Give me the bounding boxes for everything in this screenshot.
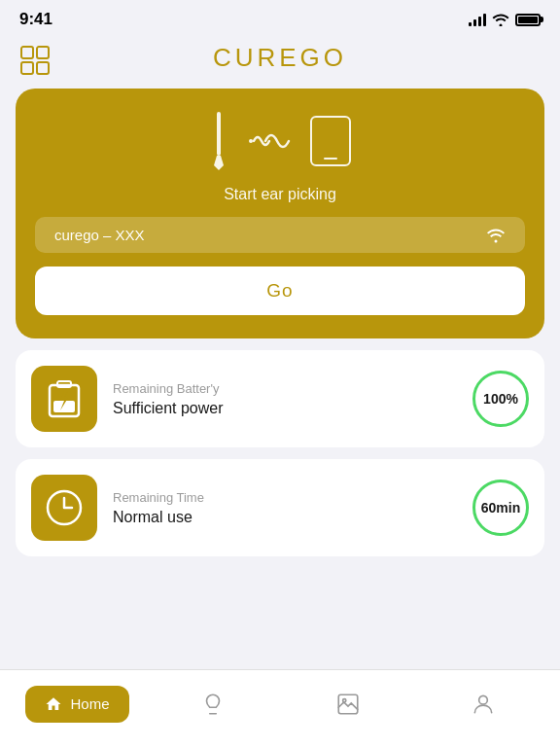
tab-ideas[interactable] [145,692,280,717]
battery-percent: 100% [483,391,518,407]
signal-icon [469,13,486,26]
battery-icon-box [31,366,97,432]
status-bar: 9:41 [0,0,560,35]
time-remaining: 60min [481,500,520,516]
svg-point-12 [478,695,487,704]
svg-point-5 [249,139,253,143]
main-card: Start ear picking curego – XXX Go [16,89,544,338]
battery-circle: 100% [472,371,529,427]
header: CUREGO [0,35,560,85]
device-name: curego – XXX [54,227,145,243]
battery-icon [515,14,541,26]
time-icon-box [31,475,97,541]
app-logo: CUREGO [213,43,347,73]
svg-rect-2 [21,62,33,74]
home-tab-label: Home [70,695,109,712]
waves-icon [248,120,291,162]
probe-icon [209,112,228,170]
battery-label: Remaining Batter'y [113,381,457,396]
time-circle: 60min [472,480,529,536]
start-text: Start ear picking [224,186,336,203]
battery-value: Sufficient power [113,400,457,417]
tab-bar: Home [0,669,560,747]
time-info-text: Remaining Time Normal use [113,490,457,526]
tab-home[interactable]: Home [10,686,145,723]
battery-info-text: Remaining Batter'y Sufficient power [113,381,457,417]
tab-gallery[interactable] [280,692,415,717]
time-label: Remaining Time [113,490,457,505]
tab-profile[interactable] [415,692,550,717]
svg-rect-1 [37,47,49,58]
svg-rect-0 [21,47,33,58]
svg-rect-4 [217,112,221,156]
icons-row [209,112,351,170]
time-card: Remaining Time Normal use 60min [16,459,544,556]
tablet-icon [310,116,351,166]
home-tab-button[interactable]: Home [25,686,128,723]
go-button[interactable]: Go [35,267,525,315]
status-time: 9:41 [19,10,52,29]
svg-rect-3 [37,62,49,74]
svg-point-11 [342,698,345,701]
battery-card: Remaining Batter'y Sufficient power 100% [16,350,544,447]
device-selector[interactable]: curego – XXX [35,217,525,253]
device-wifi-icon [486,228,506,243]
grid-icon[interactable] [19,45,51,76]
status-icons [469,13,541,26]
wifi-icon [492,13,509,26]
time-value: Normal use [113,509,457,526]
